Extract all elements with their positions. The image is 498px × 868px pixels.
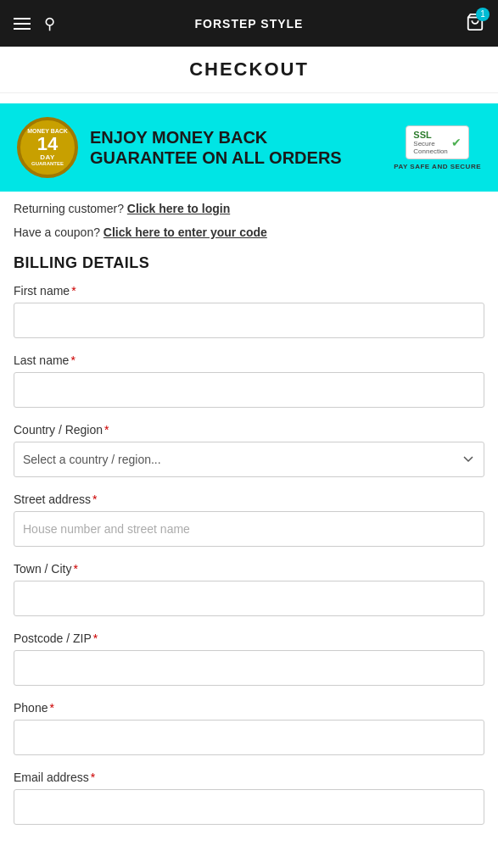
page-title: CHECKOUT — [0, 58, 498, 81]
header-left: ⚲ — [14, 14, 55, 33]
email-group: Email address* — [14, 771, 484, 825]
first-name-group: First name* — [14, 284, 484, 338]
street-label: Street address* — [14, 492, 484, 506]
required-star: * — [71, 284, 76, 298]
badge-bottom-text: GUARANTEE — [31, 161, 64, 167]
ssl-box: SSL Secure Connection ✔ — [406, 125, 468, 159]
ssl-check-icon: ✔ — [451, 136, 462, 149]
ssl-text: SSL Secure Connection — [413, 130, 447, 155]
required-star: * — [91, 771, 95, 784]
first-name-input[interactable] — [14, 303, 484, 338]
required-star: * — [73, 562, 77, 576]
email-label: Email address* — [14, 771, 484, 784]
required-star: * — [104, 423, 109, 437]
street-input[interactable] — [14, 511, 484, 547]
country-group: Country / Region* Select a country / reg… — [14, 423, 484, 477]
billing-details-title: BILLING DETAILS — [14, 254, 484, 272]
phone-input[interactable] — [14, 720, 484, 755]
search-icon[interactable]: ⚲ — [44, 14, 55, 33]
money-back-banner: MONEY BACK 14 DAY GUARANTEE ENJOY MONEY … — [0, 103, 498, 192]
checkout-title-bar: CHECKOUT — [0, 47, 498, 93]
postcode-input[interactable] — [14, 650, 484, 686]
email-input[interactable] — [14, 789, 484, 825]
required-star: * — [93, 632, 98, 645]
site-logo: FORSTEP STYLE — [195, 17, 304, 31]
pay-safe-text: PAY SAFE AND SECURE — [394, 163, 481, 170]
returning-customer-line: Returning customer? Click here to login — [14, 202, 484, 215]
last-name-input[interactable] — [14, 372, 484, 408]
returning-customer-label: Returning customer? — [14, 202, 124, 215]
checkout-content: Returning customer? Click here to login … — [0, 202, 498, 825]
badge-days: 14 — [37, 135, 58, 153]
required-star: * — [92, 492, 97, 506]
last-name-group: Last name* — [14, 353, 484, 408]
first-name-label: First name* — [14, 284, 484, 298]
town-label: Town / City* — [14, 562, 484, 576]
money-back-badge: MONEY BACK 14 DAY GUARANTEE — [17, 117, 78, 178]
country-select[interactable]: Select a country / region... — [14, 442, 484, 477]
last-name-label: Last name* — [14, 353, 484, 367]
coupon-line: Have a coupon? Click here to enter your … — [14, 225, 484, 239]
coupon-label: Have a coupon? — [14, 225, 100, 239]
badge-day-label: DAY — [40, 153, 55, 161]
postcode-label: Postcode / ZIP* — [14, 632, 484, 645]
banner-line1: ENJOY MONEY BACK — [90, 127, 342, 147]
required-star: * — [70, 353, 75, 367]
required-star: * — [49, 701, 53, 715]
town-city-group: Town / City* — [14, 562, 484, 616]
ssl-label2: Secure — [413, 140, 447, 147]
menu-icon[interactable] — [14, 18, 31, 30]
town-input[interactable] — [14, 581, 484, 616]
banner-left: MONEY BACK 14 DAY GUARANTEE ENJOY MONEY … — [17, 117, 342, 178]
phone-label: Phone* — [14, 701, 484, 715]
ssl-label1: SSL — [413, 130, 447, 140]
cart-badge: 1 — [476, 8, 490, 21]
header-logo-container: FORSTEP STYLE — [195, 16, 304, 31]
login-link[interactable]: Click here to login — [127, 202, 230, 215]
coupon-link[interactable]: Click here to enter your code — [104, 225, 267, 239]
street-address-group: Street address* — [14, 492, 484, 547]
country-label: Country / Region* — [14, 423, 484, 437]
banner-text: ENJOY MONEY BACK GUARANTEE ON ALL ORDERS — [90, 127, 342, 168]
ssl-label3: Connection — [413, 147, 447, 155]
cart-icon[interactable]: 1 — [466, 13, 484, 35]
banner-line2: GUARANTEE ON ALL ORDERS — [90, 147, 342, 168]
ssl-badge: SSL Secure Connection ✔ PAY SAFE AND SEC… — [394, 125, 481, 170]
header: ⚲ FORSTEP STYLE 1 — [0, 0, 498, 47]
phone-group: Phone* — [14, 701, 484, 755]
postcode-group: Postcode / ZIP* — [14, 632, 484, 686]
